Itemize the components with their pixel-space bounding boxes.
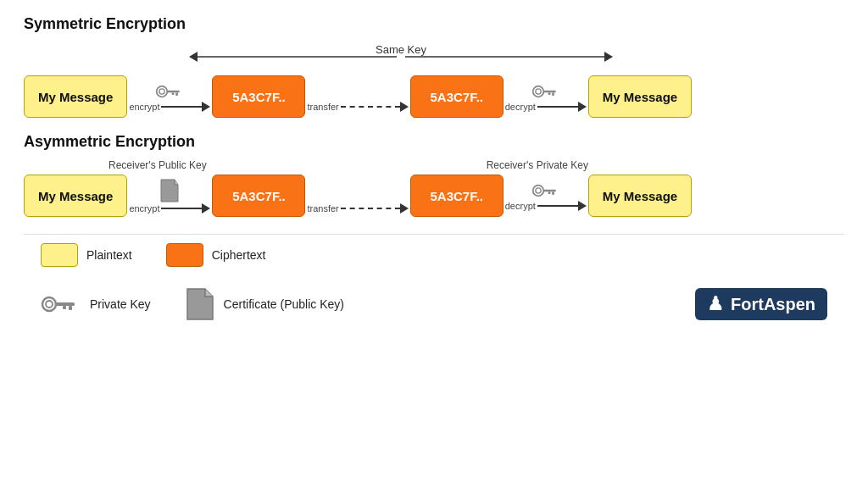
- sym-key-left-icon: [154, 81, 185, 102]
- svg-rect-24: [63, 306, 66, 309]
- svg-rect-17: [543, 190, 555, 192]
- svg-rect-14: [548, 92, 550, 95]
- asym-plaintext-left: My Message: [24, 175, 127, 217]
- chess-icon: ♟: [707, 293, 724, 315]
- svg-rect-9: [172, 92, 175, 95]
- asym-ciphertext-right: 5A3C7F..: [410, 175, 504, 217]
- asym-ciphertext-left: 5A3C7F..: [212, 175, 305, 217]
- public-key-label: Receiver's Public Key: [108, 159, 207, 171]
- svg-point-15: [532, 186, 543, 197]
- sym-plaintext-left: My Message: [24, 75, 127, 118]
- svg-rect-12: [543, 91, 555, 93]
- svg-point-11: [536, 89, 541, 94]
- svg-rect-18: [552, 191, 554, 195]
- private-key-label: Receiver's Private Key: [487, 159, 588, 171]
- legend-orange-box: [166, 243, 203, 267]
- svg-point-5: [157, 86, 168, 97]
- certificate-icon: [158, 178, 181, 203]
- svg-rect-22: [56, 302, 75, 306]
- sym-ciphertext-left: 5A3C7F..: [212, 75, 305, 118]
- svg-point-16: [536, 188, 541, 193]
- brand-name: FortAspen: [731, 295, 815, 314]
- asymmetric-section: Asymmetric Encryption Receiver's Public …: [24, 133, 844, 217]
- asym-plaintext-right: My Message: [588, 175, 692, 217]
- legend-cert-icon: [185, 287, 215, 321]
- asymmetric-title: Asymmetric Encryption: [24, 133, 844, 151]
- symmetric-section: Symmetric Encryption Same Key My Message: [24, 15, 844, 118]
- svg-point-6: [159, 89, 164, 94]
- legend-yellow-box: [41, 243, 78, 267]
- asym-key-icon: [531, 180, 561, 201]
- legend-plaintext: Plaintext: [41, 243, 132, 267]
- svg-rect-7: [168, 91, 180, 93]
- symmetric-title: Symmetric Encryption: [24, 15, 844, 33]
- legend-key-icon: [41, 292, 81, 316]
- svg-rect-8: [176, 92, 179, 96]
- sym-key-right-icon: [531, 81, 561, 102]
- svg-marker-2: [604, 52, 613, 62]
- legend-ciphertext: Ciphertext: [166, 243, 266, 267]
- svg-point-21: [46, 301, 53, 308]
- legend-certificate: Certificate (Public Key): [185, 287, 344, 321]
- svg-text:Same Key: Same Key: [376, 43, 426, 56]
- svg-point-10: [532, 86, 543, 97]
- svg-rect-13: [552, 92, 554, 96]
- legend-private-key: Private Key: [41, 292, 151, 316]
- svg-rect-19: [548, 191, 550, 194]
- svg-point-20: [42, 297, 56, 311]
- svg-rect-23: [69, 306, 72, 310]
- fortaspen-badge: ♟ FortAspen: [695, 288, 827, 320]
- sym-ciphertext-right: 5A3C7F..: [410, 75, 504, 118]
- sym-plaintext-right: My Message: [588, 75, 692, 118]
- svg-marker-0: [189, 52, 198, 62]
- page: Symmetric Encryption Same Key My Message: [0, 0, 868, 488]
